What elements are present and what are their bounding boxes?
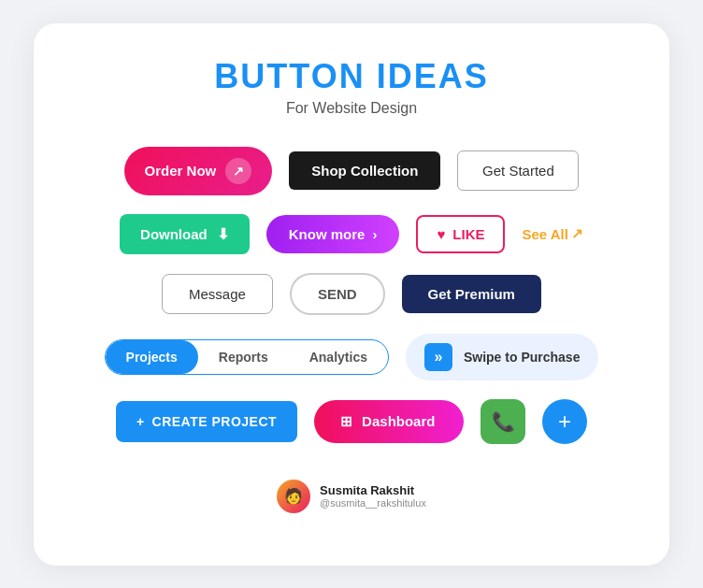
add-button[interactable]: + <box>542 399 587 444</box>
know-more-button[interactable]: Know more › <box>266 215 400 253</box>
like-label: LIKE <box>452 226 484 242</box>
external-link-icon: ↗ <box>571 225 583 242</box>
page-subtitle: For Website Design <box>286 100 417 117</box>
send-button[interactable]: SEND <box>290 273 385 315</box>
main-card: BUTTON IDEAS For Website Design Order No… <box>34 23 669 566</box>
button-row-2: Download ⬇ Know more › ♥ LIKE See All ↗ <box>120 214 583 254</box>
order-now-label: Order Now <box>145 163 217 179</box>
add-icon: + <box>558 409 571 435</box>
author-name: Susmita Rakshit <box>320 483 426 497</box>
page-title: BUTTON IDEAS <box>214 57 488 96</box>
dashboard-icon: ⊞ <box>340 413 352 430</box>
arrow-icon: ↗ <box>225 158 251 184</box>
author-info: Susmita Rakshit @susmita__rakshitulux <box>320 483 426 509</box>
download-button[interactable]: Download ⬇ <box>120 214 250 254</box>
tab-group: Projects Reports Analytics <box>105 339 389 375</box>
dashboard-button[interactable]: ⊞ Dashboard <box>314 400 464 443</box>
know-more-label: Know more <box>289 226 366 242</box>
like-button[interactable]: ♥ LIKE <box>416 215 505 253</box>
order-now-button[interactable]: Order Now ↗ <box>124 147 273 195</box>
dashboard-label: Dashboard <box>362 413 435 429</box>
chevron-right-icon: › <box>372 226 377 242</box>
heart-icon: ♥ <box>437 226 445 242</box>
tab-analytics[interactable]: Analytics <box>289 340 388 374</box>
button-row-1: Order Now ↗ Shop Collection Get Started <box>124 147 580 195</box>
create-project-button[interactable]: + CREATE PROJECT <box>116 401 297 442</box>
message-button[interactable]: Message <box>162 274 273 314</box>
chevrons-icon: » <box>424 343 452 371</box>
see-all-label: See All <box>522 226 567 242</box>
download-label: Download <box>140 226 208 242</box>
plus-icon: + <box>136 414 145 429</box>
button-row-3: Message SEND Get Premium <box>162 273 541 315</box>
footer: 🧑 Susmita Rakshit @susmita__rakshitulux <box>277 480 426 513</box>
see-all-button[interactable]: See All ↗ <box>522 225 582 242</box>
create-project-label: CREATE PROJECT <box>152 414 278 429</box>
tab-projects[interactable]: Projects <box>106 340 198 374</box>
swipe-label: Swipe to Purchase <box>464 350 580 365</box>
avatar: 🧑 <box>277 480 310 513</box>
get-premium-button[interactable]: Get Premium <box>402 275 541 313</box>
button-row-4: Projects Reports Analytics » Swipe to Pu… <box>105 334 599 380</box>
phone-icon: 📞 <box>492 410 515 433</box>
phone-button[interactable]: 📞 <box>481 399 525 444</box>
swipe-purchase-button[interactable]: » Swipe to Purchase <box>406 334 598 380</box>
download-icon: ⬇ <box>217 225 229 243</box>
shop-collection-button[interactable]: Shop Collection <box>289 151 440 190</box>
tab-reports[interactable]: Reports <box>198 340 289 374</box>
get-started-button[interactable]: Get Started <box>457 151 579 191</box>
author-handle: @susmita__rakshitulux <box>320 497 426 509</box>
button-row-5: + CREATE PROJECT ⊞ Dashboard 📞 + <box>116 399 587 444</box>
